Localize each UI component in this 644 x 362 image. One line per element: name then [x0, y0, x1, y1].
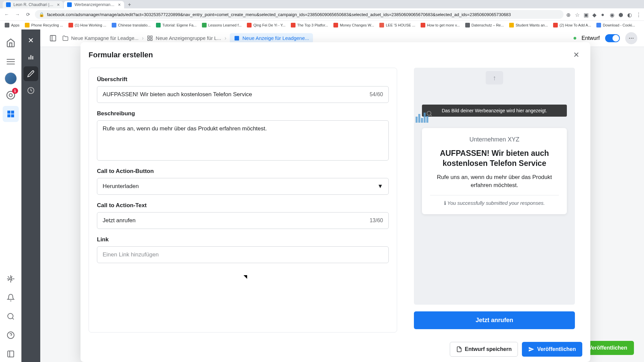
bookmark-item[interactable]: Tutorial: Eigene Fa... — [154, 22, 199, 28]
notification-icon[interactable] — [3, 290, 19, 306]
menu-icon[interactable] — [3, 54, 19, 70]
svg-rect-6 — [11, 111, 14, 114]
svg-rect-32 — [426, 116, 428, 123]
apps-icon — [5, 23, 9, 27]
extension-icon[interactable]: ◉ — [610, 12, 615, 17]
bookmark-item[interactable]: Datenschutz – Re... — [463, 22, 506, 28]
send-icon — [528, 346, 534, 352]
bookmark-item[interactable]: (1) How Working ... — [66, 22, 108, 28]
preview-container: Das Bild deiner Werbeanzeige wird hier a… — [414, 68, 575, 305]
bookmark-icon — [421, 23, 425, 27]
cta-button-select[interactable]: Herunterladen ▼ — [97, 178, 389, 195]
bookmark-icon — [25, 23, 30, 27]
preview-success-text: ℹ You successfully submitted your respon… — [430, 200, 559, 206]
bookmark-item[interactable]: Chinese translatio... — [110, 22, 153, 28]
extension-icon[interactable]: ● — [601, 12, 606, 17]
browser-tab[interactable]: Werbeanzeigenmanager - We... × — [64, 1, 124, 8]
bookmark-item[interactable]: Lessons Learned f... — [200, 22, 244, 28]
extension-icon[interactable]: ⬢ — [619, 12, 624, 17]
preview-card: Unternehmen XYZ AUFPASSEN! Wir bieten au… — [422, 128, 567, 214]
back-button[interactable]: ← — [3, 10, 11, 18]
tab-bar: Leon R. Chaudhari | Facebook × Werbeanze… — [0, 0, 644, 8]
bookmark-item[interactable]: Qing Fei De Yi - Y... — [245, 22, 287, 28]
forward-button[interactable]: → — [13, 10, 21, 18]
bookmark-icon — [509, 23, 514, 27]
description-textarea[interactable]: Rufe uns an, wenn du mehr über das Produ… — [97, 120, 389, 161]
bookmark-item[interactable]: Money Changes W... — [331, 22, 376, 28]
help-icon[interactable] — [3, 327, 19, 343]
bookmark-item[interactable]: (2) How To Add A... — [551, 22, 593, 28]
bookmark-icon — [379, 23, 384, 27]
cta-text-input[interactable]: Jetzt anrufen 13/60 — [97, 212, 389, 229]
modal-body: Überschrift AUFPASSEN! Wir bieten auch k… — [80, 68, 590, 337]
history-icon[interactable] — [23, 83, 38, 98]
bell-icon[interactable]: 1 — [3, 87, 19, 103]
edit-icon[interactable] — [23, 66, 38, 81]
svg-rect-28 — [416, 117, 418, 123]
headline-counter: 54/60 — [370, 92, 383, 98]
search-icon[interactable] — [3, 308, 19, 324]
chart-icon — [414, 110, 433, 123]
svg-rect-30 — [421, 118, 423, 123]
modal-overlay: Formular erstellen ✕ Überschrift AUFPASS… — [40, 29, 644, 362]
settings-icon[interactable] — [3, 271, 19, 287]
main-content: Neue Kampagne für Leadge... › Neue Anzei… — [40, 29, 644, 362]
avatar[interactable] — [5, 72, 17, 84]
chevron-down-icon: ▼ — [377, 183, 383, 190]
chart-icon[interactable] — [23, 50, 38, 64]
bookmark-icon — [596, 23, 601, 27]
link-input[interactable]: Einen Link hinzufügen — [97, 246, 389, 263]
grid-icon[interactable] — [3, 106, 19, 122]
headline-label: Überschrift — [97, 76, 389, 83]
modal-title: Formular erstellen — [89, 51, 153, 59]
bookmarks-bar: Apps Phone Recycling ... (1) How Working… — [0, 20, 644, 29]
global-nav: 1 — [0, 29, 21, 362]
bookmark-item[interactable]: Phone Recycling ... — [23, 22, 65, 28]
bookmark-item[interactable]: How to get more v... — [419, 22, 462, 28]
publish-button[interactable]: Veröffentlichen — [522, 342, 582, 357]
bookmark-item[interactable]: The Top 3 Platfor... — [289, 22, 330, 28]
image-placeholder-icon — [486, 71, 503, 84]
star-icon[interactable]: ☆ — [575, 12, 580, 17]
svg-rect-1 — [7, 61, 15, 62]
bookmark-item[interactable]: Student Wants an... — [507, 22, 550, 28]
svg-rect-17 — [29, 57, 30, 59]
bookmark-icon — [465, 23, 470, 27]
bookmark-icon — [291, 23, 296, 27]
preview-headline: AUFPASSEN! Wir bieten auch kostenlosen T… — [430, 148, 559, 169]
extension-icon[interactable]: ⋮ — [636, 12, 641, 17]
preview-cta-button[interactable]: Jetzt anrufen — [414, 311, 575, 329]
extension-icon[interactable]: ▣ — [584, 12, 589, 17]
browser-tab[interactable]: Leon R. Chaudhari | Facebook × — [3, 1, 63, 8]
close-icon[interactable]: ✕ — [570, 49, 582, 61]
svg-line-34 — [430, 115, 432, 116]
form-panel: Überschrift AUFPASSEN! Wir bieten auch k… — [89, 68, 397, 333]
facebook-icon — [6, 2, 11, 7]
svg-rect-31 — [424, 113, 426, 123]
reload-button[interactable]: ⟳ — [24, 10, 32, 18]
close-icon[interactable]: × — [118, 2, 121, 7]
form-modal: Formular erstellen ✕ Überschrift AUFPASS… — [80, 42, 590, 362]
close-icon[interactable] — [23, 33, 38, 48]
collapse-icon[interactable] — [3, 346, 19, 362]
extension-icon[interactable]: ◐ — [627, 12, 633, 17]
home-icon[interactable] — [3, 35, 19, 51]
url-bar: ← → ⟳ 🔒 facebook.com/adsmanager/manage/a… — [0, 8, 644, 20]
bookmark-icon — [202, 23, 207, 27]
new-tab-button[interactable]: + — [125, 1, 134, 8]
bookmark-icon — [333, 23, 338, 27]
bookmark-item[interactable]: Download - Cooki... — [594, 22, 637, 28]
modal-footer: Entwurf speichern Veröffentlichen — [80, 337, 590, 362]
bookmark-icon — [156, 23, 161, 27]
bookmark-item[interactable]: LEE 'S HOUSE ... — [377, 22, 417, 28]
save-draft-button[interactable]: Entwurf speichern — [450, 342, 518, 357]
svg-rect-19 — [32, 56, 34, 59]
headline-input[interactable]: AUFPASSEN! Wir bieten auch kostenlosen T… — [97, 86, 389, 103]
close-icon[interactable]: × — [57, 2, 60, 7]
divider — [430, 195, 559, 195]
url-input[interactable]: 🔒 facebook.com/adsmanager/manage/ads/edi… — [35, 10, 564, 19]
bookmark-apps[interactable]: Apps — [3, 22, 21, 28]
extension-icon[interactable]: ◆ — [592, 12, 598, 17]
zoom-icon[interactable]: ⊕ — [566, 12, 572, 17]
extension-icons: ⊕ ☆ ▣ ◆ ● ◉ ⬢ ◐ ⋮ — [566, 12, 641, 17]
